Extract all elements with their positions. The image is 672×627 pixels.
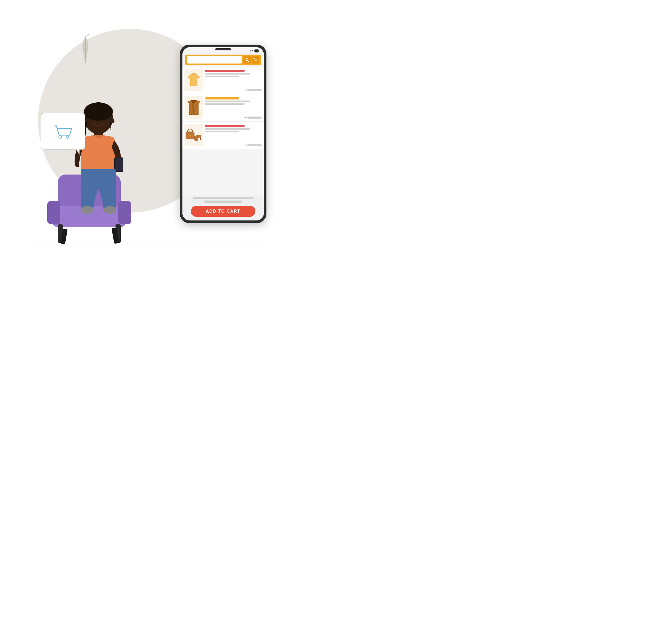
svg-rect-29 [255,50,258,52]
tshirt-icon [187,73,200,87]
product-item-jacket[interactable]: + [183,94,264,122]
product-item-tshirt[interactable]: + [183,67,264,94]
jacket-icon [187,99,201,116]
price-indicator-1 [205,70,245,72]
svg-point-35 [193,112,194,113]
phone-notch [215,48,231,50]
price-indicator-2 [205,97,239,99]
phone-screen: + [183,47,264,220]
add-row-3: + [205,143,262,147]
search-button[interactable] [243,56,251,64]
svg-rect-24 [115,158,123,171]
add-bar-3 [247,144,262,146]
svg-point-33 [256,61,257,61]
desc-bar-1a [205,73,250,75]
magnifier-icon [245,58,249,62]
svg-point-25 [80,206,94,214]
leaf-left-icon [75,34,96,66]
svg-rect-28 [259,50,259,52]
cart-bubble-icon [51,121,75,142]
illustration-scene: + [17,13,280,262]
desc-bar-2a [205,100,250,102]
plus-icon-2: + [244,116,246,119]
product-info-tshirt: + [205,69,262,92]
svg-point-26 [103,206,116,214]
search-input[interactable] [187,56,242,64]
accessories-icon [185,126,202,144]
product-image-jacket [185,96,203,119]
add-to-cart-button[interactable]: ADD TO CART [191,206,256,217]
status-icons [249,49,260,52]
product-image-accessories [185,124,203,146]
svg-point-19 [110,118,115,123]
plus-icon-1: + [244,88,246,92]
add-row-1: + [205,88,262,92]
battery-icon [254,49,260,52]
product-image-tshirt [185,69,203,91]
price-indicator-3 [205,125,245,127]
desc-bar-3b [205,131,239,132]
desc-bar-1b [205,76,239,77]
shopping-cart-icon [254,58,257,62]
wifi-icon [249,49,253,52]
svg-line-1 [85,34,89,37]
svg-point-6 [60,137,61,138]
svg-point-17 [84,102,113,121]
smartphone: + [180,45,266,223]
add-bar-1 [247,89,262,91]
svg-point-32 [255,61,256,61]
svg-point-38 [189,135,191,136]
plus-icon-3: + [244,143,246,147]
add-bar-2 [247,117,262,119]
svg-point-20 [93,117,96,120]
svg-line-31 [247,61,248,62]
desc-bar-2b [205,103,245,105]
search-action-icons [243,56,259,64]
bottom-bar-short [204,200,242,202]
search-bar[interactable] [185,55,261,65]
cart-bubble [41,113,85,150]
svg-point-7 [67,137,68,138]
product-info-accessories: + [205,124,262,147]
product-item-accessories[interactable]: + [183,122,264,149]
product-info-jacket: + [205,96,262,119]
desc-bar-3a [205,128,250,130]
add-row-2: + [205,116,262,119]
phone-bottom-area: ADD TO CART [183,195,264,220]
svg-point-21 [100,117,103,120]
product-list: + [183,67,264,195]
bottom-bar-long [193,197,254,199]
svg-point-34 [193,109,194,110]
svg-rect-10 [47,201,61,224]
cart-button[interactable] [252,56,259,64]
